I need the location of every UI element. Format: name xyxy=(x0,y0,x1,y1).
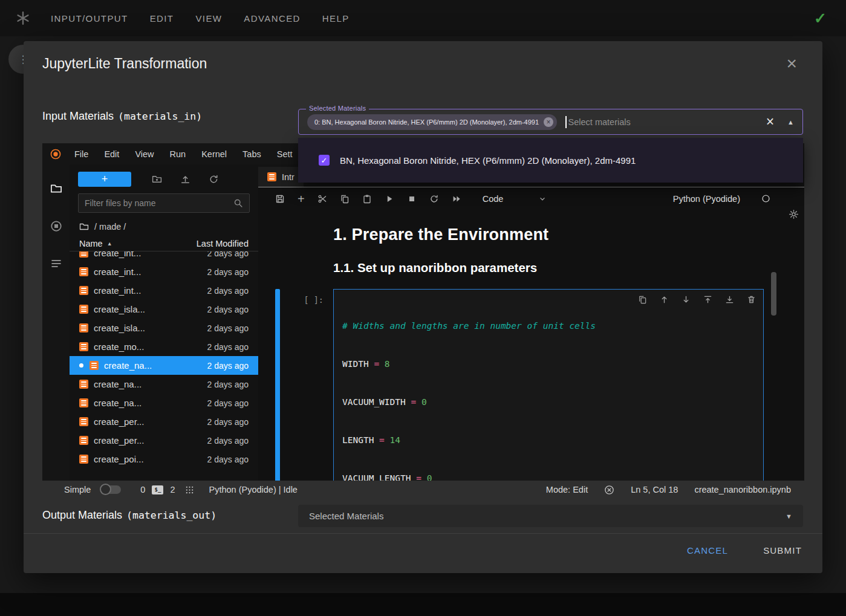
breadcrumb[interactable]: / made / xyxy=(70,218,258,236)
cut-icon[interactable] xyxy=(317,194,327,204)
kernel-status-icon[interactable] xyxy=(761,194,770,203)
refresh-icon[interactable] xyxy=(209,174,219,184)
menu-item-advanced[interactable]: ADVANCED xyxy=(244,13,300,24)
tab-label: Intr xyxy=(282,172,294,182)
check-icon[interactable]: ✓ xyxy=(814,10,827,27)
move-cell-up-icon[interactable] xyxy=(660,295,669,304)
modified-column-header[interactable]: Last Modified xyxy=(197,239,249,248)
jupyter-menu-file[interactable]: File xyxy=(67,149,96,159)
left-activity-bar xyxy=(42,164,70,481)
dialog-title: JupyterLite Transformation xyxy=(42,56,207,72)
jupyter-menu-run[interactable]: Run xyxy=(162,149,194,159)
file-row[interactable]: create_mo...2 days ago xyxy=(70,337,258,356)
notebook-file-icon xyxy=(79,436,88,445)
submit-button[interactable]: SUBMIT xyxy=(763,545,802,556)
notebook-file-icon xyxy=(79,286,88,295)
file-row[interactable]: create_na...2 days ago xyxy=(70,375,258,394)
file-row[interactable]: create_per...2 days ago xyxy=(70,412,258,431)
run-all-icon[interactable] xyxy=(452,194,461,204)
app-logo-icon[interactable] xyxy=(16,11,30,25)
close-icon[interactable]: × xyxy=(786,54,797,73)
stop-icon[interactable] xyxy=(407,194,417,204)
output-materials-select[interactable]: Selected Materials ▼ xyxy=(298,505,803,527)
input-materials-code: (materials_in) xyxy=(118,111,202,122)
file-row[interactable]: create_int...2 days ago xyxy=(70,281,258,300)
material-chip[interactable]: 0: BN, Hexagonal Boron Nitride, HEX (P6/… xyxy=(307,114,557,130)
file-name: create_na... xyxy=(94,398,202,408)
new-launcher-button[interactable]: + xyxy=(78,172,131,187)
running-sessions-icon[interactable] xyxy=(50,220,62,232)
jupyter-menu-kernel[interactable]: Kernel xyxy=(194,149,235,159)
divider xyxy=(24,533,822,534)
insert-cell-below-icon[interactable] xyxy=(725,295,734,304)
terminal-icon[interactable]: $_ xyxy=(152,485,163,494)
kernel-name[interactable]: Python (Pyodide) xyxy=(673,194,740,204)
menu-item-input-output[interactable]: INPUT/OUTPUT xyxy=(51,13,128,24)
move-cell-down-icon[interactable] xyxy=(682,295,691,304)
simple-mode-toggle[interactable] xyxy=(100,485,121,494)
field-label: Selected Materials xyxy=(306,105,369,112)
restart-kernel-icon[interactable] xyxy=(429,194,439,204)
file-row[interactable]: create_na...2 days ago xyxy=(70,356,258,375)
file-row[interactable]: create_int...2 days ago xyxy=(70,251,258,262)
file-row[interactable]: create_na...2 days ago xyxy=(70,394,258,412)
selected-materials-field[interactable]: Selected Materials 0: BN, Hexagonal Boro… xyxy=(298,109,803,135)
file-name: create_int... xyxy=(94,267,202,277)
clear-icon[interactable]: × xyxy=(766,115,774,129)
filter-text-input[interactable] xyxy=(85,198,229,208)
new-folder-icon[interactable] xyxy=(152,174,162,184)
code-cell[interactable]: [ ]: xyxy=(258,289,804,481)
input-materials-label: Input Materials (materials_in) xyxy=(42,110,202,123)
delete-cell-icon[interactable] xyxy=(747,295,756,304)
file-browser-icon[interactable] xyxy=(50,183,62,195)
chip-label: 0: BN, Hexagonal Boron Nitride, HEX (P6/… xyxy=(314,118,539,126)
file-row[interactable]: create_poi...2 days ago xyxy=(70,450,258,468)
chip-remove-icon[interactable]: × xyxy=(544,117,553,127)
material-option-label[interactable]: BN, Hexagonal Boron Nitride, HEX (P6/mmm… xyxy=(340,155,636,166)
top-menu-bar: INPUT/OUTPUT EDIT VIEW ADVANCED HELP ✓ xyxy=(0,0,846,36)
checkbox-checked-icon[interactable]: ✓ xyxy=(319,155,330,166)
insert-cell-above-icon[interactable] xyxy=(703,295,712,304)
tab-notebook[interactable]: Intr xyxy=(258,167,304,187)
notebook-file-icon xyxy=(79,398,88,407)
notebook-scrollbar[interactable] xyxy=(771,272,776,316)
save-icon[interactable] xyxy=(275,194,285,204)
duplicate-cell-icon[interactable] xyxy=(638,295,647,304)
cancel-button[interactable]: CANCEL xyxy=(687,545,728,556)
file-list: create_int...2 days agocreate_int...2 da… xyxy=(70,251,258,481)
upload-icon[interactable] xyxy=(180,174,190,184)
cell-collapser[interactable] xyxy=(275,289,280,481)
jupyter-menu-view[interactable]: View xyxy=(127,149,161,159)
menu-item-help[interactable]: HELP xyxy=(322,13,350,24)
table-of-contents-icon[interactable] xyxy=(50,258,62,270)
accessibility-icon[interactable] xyxy=(604,485,614,495)
markdown-cell[interactable]: 1. Prepare the Environment xyxy=(258,225,804,244)
notebook-file-icon xyxy=(79,323,88,332)
kernel-status-text[interactable]: Python (Pyodide) | Idle xyxy=(209,485,297,494)
kernels-grid-icon[interactable] xyxy=(185,485,194,494)
jupyter-menu-tabs[interactable]: Tabs xyxy=(235,149,269,159)
text-cursor xyxy=(565,116,567,128)
menu-item-edit[interactable]: EDIT xyxy=(150,13,174,24)
run-icon[interactable] xyxy=(385,194,394,204)
status-bar: Simple 0 $_ 2 Python (Pyodide) | Idle Mo… xyxy=(42,481,804,499)
name-column-header[interactable]: Name ▲ xyxy=(79,239,112,248)
file-row[interactable]: create_int...2 days ago xyxy=(70,262,258,281)
collapse-arrow-icon[interactable]: ▲ xyxy=(787,118,794,126)
file-row[interactable]: create_isla...2 days ago xyxy=(70,300,258,319)
jupyter-menu-settings[interactable]: Sett xyxy=(269,149,301,159)
paste-icon[interactable] xyxy=(362,194,372,204)
add-cell-icon[interactable]: + xyxy=(298,193,305,205)
gear-icon[interactable] xyxy=(789,209,799,219)
filter-files-input[interactable] xyxy=(78,193,250,213)
markdown-cell[interactable]: 1.1. Set up nanoribbon parameters xyxy=(258,261,804,275)
cell-type-select[interactable]: Code xyxy=(483,194,547,204)
code-editor[interactable]: # Widths and lengths are in number of un… xyxy=(333,289,764,481)
copy-icon[interactable] xyxy=(340,194,350,204)
expand-arrow-icon: ▼ xyxy=(786,513,792,520)
cursor-position[interactable]: Ln 5, Col 18 xyxy=(631,485,678,494)
file-row[interactable]: create_isla...2 days ago xyxy=(70,319,258,337)
menu-item-view[interactable]: VIEW xyxy=(195,13,222,24)
file-row[interactable]: create_per...2 days ago xyxy=(70,431,258,450)
jupyter-menu-edit[interactable]: Edit xyxy=(96,149,127,159)
